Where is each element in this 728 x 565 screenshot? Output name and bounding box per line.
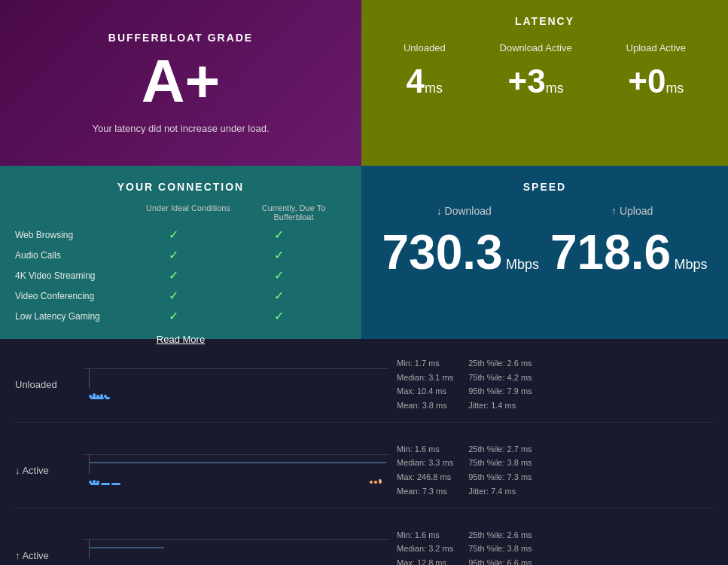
row-label-gaming: Low Latency Gaming bbox=[15, 311, 120, 322]
read-more-link[interactable]: Read More bbox=[15, 334, 346, 345]
download-speed: 730.3 Mbps bbox=[382, 224, 539, 280]
check-web-ideal: ✓ bbox=[120, 228, 226, 242]
ping-label-unloaded: Unloaded bbox=[15, 379, 75, 390]
upload-value: 718.6 bbox=[550, 225, 671, 279]
ping-row-upload: ↑ Active Min: 1.6 ms Median: 3.2 ms M bbox=[15, 522, 713, 566]
connection-row-audio: Audio Calls ✓ ✓ bbox=[15, 248, 346, 262]
ping-chart-download bbox=[83, 450, 389, 491]
stats-right-download: 25th %ile: 2.7 ms 75th %ile: 3.8 ms 95th… bbox=[468, 442, 532, 499]
ping-row-download: ↓ Active bbox=[15, 436, 713, 508]
upload-unit: Mbps bbox=[675, 257, 708, 272]
check-gaming-ideal: ✓ bbox=[120, 309, 226, 323]
connection-row-video: Video Conferencing ✓ ✓ bbox=[15, 289, 346, 303]
latency-unloaded-label: Unloaded bbox=[404, 42, 446, 53]
check-video-current: ✓ bbox=[226, 289, 331, 303]
stats-right-upload: 25th %ile: 2.6 ms 75th %ile: 3.8 ms 95th… bbox=[468, 528, 532, 566]
download-value: 730.3 bbox=[382, 225, 502, 279]
check-audio-ideal: ✓ bbox=[120, 248, 226, 262]
check-audio-current: ✓ bbox=[226, 248, 331, 262]
speed-labels: ↓ Download ↑ Upload bbox=[376, 205, 713, 217]
upload-speed: 718.6 Mbps bbox=[550, 224, 708, 280]
connection-title: YOUR CONNECTION bbox=[15, 181, 346, 193]
check-video-ideal: ✓ bbox=[120, 289, 226, 303]
ping-label-download: ↓ Active bbox=[15, 465, 75, 476]
connection-row-gaming: Low Latency Gaming ✓ ✓ bbox=[15, 309, 346, 323]
ping-chart-upload bbox=[83, 535, 389, 565]
connection-row-web: Web Browsing ✓ ✓ bbox=[15, 228, 346, 242]
col-header-ideal: Under Ideal Conditions bbox=[136, 203, 241, 221]
stats-left-download: Min: 1.6 ms Median: 3.3 ms Max: 246.8 ms… bbox=[397, 442, 453, 499]
speed-values: 730.3 Mbps 718.6 Mbps bbox=[376, 224, 713, 324]
check-4k-ideal: ✓ bbox=[120, 268, 226, 282]
download-unit: Mbps bbox=[506, 257, 539, 272]
speed-title: SPEED bbox=[376, 181, 713, 193]
check-web-current: ✓ bbox=[226, 228, 331, 242]
ping-row-unloaded: Unloaded Min: 1.7 ms Median: 3.1 ms bbox=[15, 350, 713, 423]
check-gaming-current: ✓ bbox=[226, 309, 331, 323]
speed-panel: SPEED ↓ Download ↑ Upload 730.3 Mbps 718… bbox=[361, 166, 728, 339]
row-label-video: Video Conferencing bbox=[15, 291, 120, 301]
stats-right-unloaded: 25th %ile: 2.6 ms 75th %ile: 4.2 ms 95th… bbox=[468, 356, 532, 413]
latency-download-label: Download Active bbox=[500, 42, 572, 53]
ping-stats-download: Min: 1.6 ms Median: 3.3 ms Max: 246.8 ms… bbox=[397, 442, 713, 499]
latency-download-value: +3ms bbox=[507, 63, 563, 100]
stats-left-upload: Min: 1.6 ms Median: 3.2 ms Max: 12.8 ms … bbox=[397, 528, 453, 566]
bufferbloat-panel: BUFFERBLOAT GRADE A+ Your latency did no… bbox=[0, 0, 361, 166]
connection-panel: YOUR CONNECTION Under Ideal Conditions C… bbox=[0, 166, 361, 339]
row-label-web: Web Browsing bbox=[15, 230, 120, 240]
ping-stats-unloaded: Min: 1.7 ms Median: 3.1 ms Max: 10.4 ms … bbox=[397, 356, 713, 413]
latency-upload-value: +0ms bbox=[628, 63, 684, 100]
stats-left-unloaded: Min: 1.7 ms Median: 3.1 ms Max: 10.4 ms … bbox=[397, 356, 453, 413]
latency-values: Unloaded 4ms Download Active +3ms Upload… bbox=[376, 42, 713, 151]
upload-label: ↑ Upload bbox=[611, 205, 653, 217]
ping-stats-upload: Min: 1.6 ms Median: 3.2 ms Max: 12.8 ms … bbox=[397, 528, 713, 566]
bufferbloat-title: BUFFERBLOAT GRADE bbox=[108, 32, 253, 44]
col-header-current: Currently, Due To Bufferbloat bbox=[241, 203, 346, 221]
latency-panel: LATENCY Unloaded 4ms Download Active +3m… bbox=[361, 0, 728, 166]
bottom-section: Unloaded Min: 1.7 ms Median: 3.1 ms bbox=[0, 339, 728, 565]
latency-title: LATENCY bbox=[376, 15, 713, 27]
check-4k-current: ✓ bbox=[226, 268, 331, 282]
grade-display: A+ bbox=[142, 51, 221, 111]
connection-row-4k: 4K Video Streaming ✓ ✓ bbox=[15, 268, 346, 282]
row-label-audio: Audio Calls bbox=[15, 250, 120, 261]
download-label: ↓ Download bbox=[437, 205, 492, 217]
row-label-4k: 4K Video Streaming bbox=[15, 270, 120, 281]
connection-table: Under Ideal Conditions Currently, Due To… bbox=[15, 203, 346, 323]
latency-unloaded: Unloaded 4ms bbox=[404, 42, 446, 151]
latency-upload: Upload Active +0ms bbox=[626, 42, 687, 151]
connection-header: Under Ideal Conditions Currently, Due To… bbox=[15, 203, 346, 221]
top-row: BUFFERBLOAT GRADE A+ Your latency did no… bbox=[0, 0, 728, 166]
bufferbloat-description: Your latency did not increase under load… bbox=[92, 123, 269, 134]
latency-download: Download Active +3ms bbox=[500, 42, 572, 151]
latency-unloaded-value: 4ms bbox=[407, 63, 443, 100]
ping-chart-unloaded bbox=[83, 364, 389, 405]
latency-upload-label: Upload Active bbox=[626, 42, 687, 53]
ping-label-upload: ↑ Active bbox=[15, 550, 75, 561]
middle-row: YOUR CONNECTION Under Ideal Conditions C… bbox=[0, 166, 728, 339]
